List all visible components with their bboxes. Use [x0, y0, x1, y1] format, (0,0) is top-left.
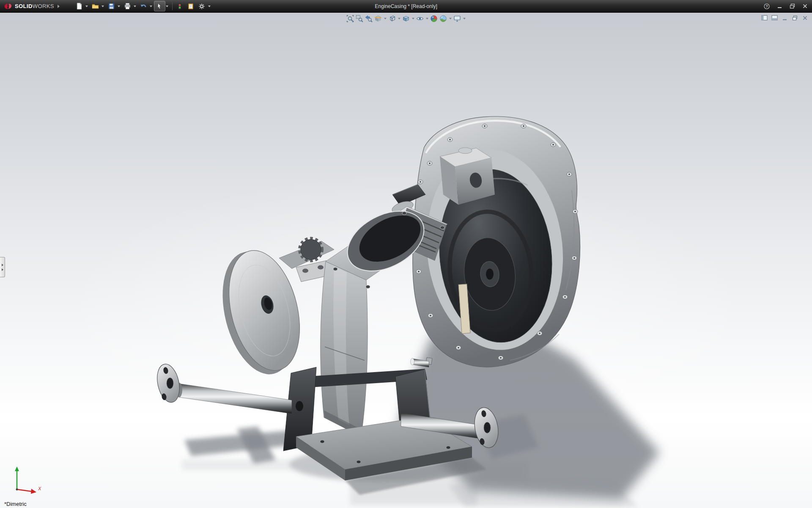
view-settings-monitor-icon — [453, 15, 461, 22]
file-properties-button[interactable] — [186, 1, 196, 11]
view-orientation-button[interactable] — [388, 14, 396, 23]
rebuild-button[interactable] — [175, 1, 185, 11]
save-button[interactable] — [106, 1, 117, 11]
undo-button[interactable] — [138, 1, 149, 11]
open-folder-icon — [92, 3, 99, 10]
section-view-button[interactable] — [374, 14, 382, 23]
zoom-to-fit-button[interactable] — [346, 14, 354, 23]
engine-casing-model[interactable] — [0, 13, 812, 508]
display-style-icon — [402, 15, 410, 22]
dropdown-arrow-icon — [426, 18, 428, 19]
pane-split-icon — [771, 15, 778, 21]
dropdown-arrow-icon — [102, 6, 104, 7]
apply-scene-dropdown[interactable] — [448, 14, 452, 23]
close-button[interactable] — [801, 3, 809, 10]
dropdown-arrow-icon — [85, 6, 88, 7]
dropdown-arrow-icon — [118, 6, 120, 7]
options-gear-icon — [198, 3, 205, 10]
main-toolbar — [74, 1, 212, 11]
zoom-to-area-icon — [356, 15, 363, 22]
brand-text-solid: SOLID — [15, 3, 33, 9]
minimize-icon — [782, 15, 787, 21]
dropdown-arrow-icon — [463, 18, 466, 19]
select-dropdown[interactable] — [165, 1, 169, 11]
new-document-button[interactable] — [74, 1, 85, 11]
dropdown-arrow-icon — [166, 6, 168, 7]
show-pane-left-button[interactable] — [761, 14, 768, 21]
new-document-icon — [76, 3, 83, 10]
expand-arrow-icon — [2, 264, 3, 266]
close-document-button[interactable] — [801, 14, 809, 21]
file-properties-icon — [187, 3, 194, 10]
app-window: SOLIDWORKS — [0, 0, 812, 508]
hide-show-items-dropdown[interactable] — [425, 14, 429, 23]
edit-appearance-button[interactable] — [430, 14, 438, 23]
zoom-to-area-button[interactable] — [355, 14, 364, 23]
open-button[interactable] — [90, 1, 101, 11]
minimize-icon — [777, 3, 782, 9]
orientation-triad: X — [6, 465, 52, 498]
previous-view-icon — [365, 15, 373, 22]
apply-scene-icon — [439, 15, 447, 22]
triad-x-label: X — [38, 486, 41, 491]
restore-icon — [792, 15, 798, 21]
section-view-dropdown[interactable] — [383, 14, 387, 23]
rebuild-stoplight-icon — [176, 3, 183, 10]
dropdown-arrow-icon — [208, 6, 211, 7]
save-floppy-icon — [108, 3, 115, 10]
section-view-icon — [374, 15, 382, 22]
view-orientation-dropdown[interactable] — [397, 14, 401, 23]
open-dropdown[interactable] — [101, 1, 105, 11]
featuremanager-collapsed-tab[interactable] — [0, 257, 5, 277]
hide-show-items-button[interactable] — [416, 14, 424, 23]
zoom-to-fit-icon — [346, 15, 354, 22]
edit-appearance-ball-icon — [430, 15, 438, 22]
document-window-controls — [761, 14, 809, 21]
restore-document-button[interactable] — [791, 14, 798, 21]
brand: SOLIDWORKS — [3, 3, 60, 10]
select-cursor-icon — [156, 3, 163, 10]
undo-arrow-icon — [140, 3, 147, 10]
restore-icon — [790, 3, 795, 9]
dropdown-arrow-icon — [398, 18, 401, 19]
help-icon: ? — [764, 3, 770, 9]
pane-left-icon — [761, 15, 768, 21]
print-dropdown[interactable] — [133, 1, 137, 11]
triad-axes-icon — [6, 465, 52, 498]
view-settings-dropdown[interactable] — [462, 14, 466, 23]
toolbar-separator — [172, 3, 173, 10]
title-bar: SOLIDWORKS — [0, 0, 812, 13]
graphics-area[interactable]: X *Dimetric — [0, 13, 812, 508]
brand-text: SOLIDWORKS — [15, 3, 54, 9]
close-icon — [802, 3, 808, 9]
options-dropdown[interactable] — [208, 1, 211, 11]
maximize-button[interactable] — [788, 3, 796, 10]
minimize-button[interactable] — [776, 3, 783, 10]
window-title: EngineCasing * [Read-only] — [375, 3, 437, 9]
print-icon — [124, 3, 131, 10]
previous-view-button[interactable] — [365, 14, 373, 23]
brand-menu-arrow-icon[interactable] — [58, 5, 60, 8]
new-document-dropdown[interactable] — [85, 1, 89, 11]
apply-scene-button[interactable] — [439, 14, 447, 23]
display-style-dropdown[interactable] — [411, 14, 415, 23]
save-dropdown[interactable] — [117, 1, 121, 11]
show-pane-split-button[interactable] — [771, 14, 778, 21]
view-settings-button[interactable] — [453, 14, 461, 23]
dropdown-arrow-icon — [449, 18, 452, 19]
undo-dropdown[interactable] — [149, 1, 153, 11]
print-button[interactable] — [122, 1, 133, 11]
minimize-document-button[interactable] — [781, 14, 788, 21]
dropdown-arrow-icon — [134, 6, 136, 7]
view-orientation-label: *Dimetric — [4, 501, 27, 507]
window-controls: ? — [763, 3, 809, 10]
select-button[interactable] — [154, 1, 165, 11]
display-style-button[interactable] — [402, 14, 410, 23]
dropdown-arrow-icon — [150, 6, 152, 7]
close-icon — [802, 15, 808, 21]
heads-up-view-toolbar — [346, 14, 466, 23]
dropdown-arrow-icon — [384, 18, 387, 19]
help-button[interactable]: ? — [763, 3, 771, 10]
expand-arrow-icon — [2, 268, 3, 271]
options-button[interactable] — [197, 1, 207, 11]
